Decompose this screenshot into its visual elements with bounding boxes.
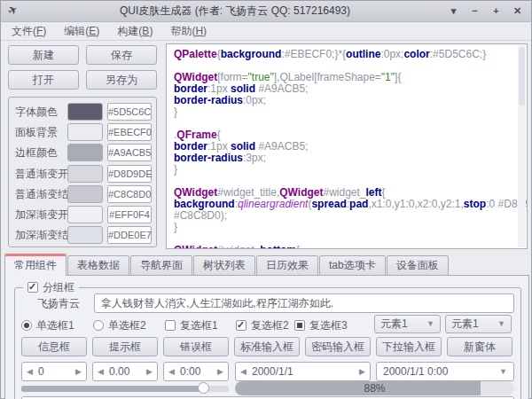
chevron-down-icon: ▼ [499, 363, 507, 380]
radio-1-radio[interactable] [21, 320, 32, 331]
menu-item-help[interactable]: 帮助(H) [161, 22, 215, 40]
new-window-button[interactable]: 新窗体 [447, 337, 512, 356]
app-window: ✈ QUI皮肤生成器 (作者: 飞扬青云 QQ: 517216493) ▾−+✕… [0, 0, 532, 399]
slider[interactable] [21, 386, 229, 392]
menubar: 文件(F)编辑(E)构建(B)帮助(H) [1, 21, 531, 41]
date-edit[interactable]: ◀2000/1/1▶ [235, 362, 371, 381]
normal-gradient-start-swatch[interactable] [67, 165, 103, 183]
code-segment: #widget_title, [217, 186, 279, 199]
hint-box-button[interactable]: 提示框 [92, 337, 158, 356]
time-edit[interactable]: ◀0:00▶ [163, 362, 229, 381]
font-color-label: 字体颜色 [15, 103, 58, 121]
tab-nav-ui[interactable]: 导航界面 [130, 255, 192, 276]
double-spinbox[interactable]: ◀0.00▶ [92, 362, 158, 381]
qss-code-editor[interactable]: QPalette{background:#EBECF0;}*{outline:0… [166, 43, 528, 249]
color-row-deep-gradient-end: 加深渐变结束#DDE0E7 [9, 226, 156, 244]
tab-device-panel[interactable]: 设备面板 [387, 255, 449, 276]
border-color-hex-input[interactable]: #A9ACB5 [107, 144, 152, 161]
normal-gradient-start-hex-input[interactable]: #D8D9DE [107, 165, 152, 183]
group-box-title[interactable]: 分组框 [23, 281, 79, 293]
color-row-border-color: 边框颜色#A9ACB5 [9, 144, 156, 161]
code-segment: solid [231, 140, 255, 153]
slider-handle[interactable] [198, 382, 209, 394]
spin-increment-icon[interactable]: ▶ [359, 363, 365, 380]
checkbox-3-label: 复选框3 [309, 318, 348, 333]
code-segment: border [174, 140, 207, 153]
tab-common-widgets[interactable]: 常用组件 [4, 254, 66, 276]
code-segment: "1" [381, 71, 395, 83]
motto-text-input[interactable]: 拿人钱财替人消灾,人生江湖如此,程序江湖亦如此. [94, 293, 514, 313]
tab-tab-card[interactable]: tab选项卡 [319, 255, 386, 276]
code-segment: solid [231, 82, 255, 95]
error-box-button[interactable]: 错误框 [163, 337, 229, 356]
open-button[interactable]: 打开 [8, 70, 79, 90]
combo-2-combobox[interactable]: 元素1▼ [445, 315, 512, 333]
standard-input-box-button[interactable]: 标准输入框 [234, 337, 300, 356]
datetime-combobox[interactable]: 2000/1/1 0:00 ▼ [376, 362, 514, 381]
code-line: } [174, 222, 514, 233]
color-row-deep-gradient-start: 加深渐变开始#EFF0F4 [9, 206, 156, 223]
combo-1-combobox[interactable]: 元素1▼ [374, 315, 441, 333]
spin-increment-icon[interactable]: ▶ [217, 363, 223, 380]
new-button[interactable]: 新建 [8, 45, 79, 65]
spin-decrement-icon[interactable]: ◀ [27, 363, 33, 380]
close-button[interactable]: ✕ [508, 3, 527, 19]
datetime-value: 2000/1/1 0:00 [383, 365, 448, 378]
deep-gradient-start-swatch[interactable] [67, 206, 103, 223]
code-line: QWidget#widget_bottom{ [174, 245, 514, 249]
checkbox-3[interactable]: 复选框3 [294, 319, 348, 332]
spin-increment-icon[interactable]: ▶ [146, 363, 153, 380]
deep-gradient-end-hex-input[interactable]: #DDE0E7 [107, 226, 152, 244]
checkbox-2-checkbox[interactable] [236, 320, 246, 331]
tab-calendar-effect[interactable]: 日历效果 [256, 255, 318, 276]
password-input-box-button[interactable]: 密码输入框 [305, 337, 371, 356]
deep-gradient-start-hex-input[interactable]: #EFF0F4 [107, 206, 152, 223]
radio-1[interactable]: 单选框1 [21, 319, 74, 332]
group-box-checkbox[interactable] [27, 282, 38, 293]
checkbox-1-checkbox[interactable] [165, 320, 176, 331]
spin-increment-icon[interactable]: ▶ [75, 363, 82, 380]
checkbox-2-label: 复选框2 [251, 318, 289, 333]
dropdown-input-box-button[interactable]: 下拉输入框 [376, 337, 442, 356]
code-segment: :1px [207, 140, 231, 153]
tab-tree-list[interactable]: 树状列表 [193, 255, 255, 276]
style-menu-button[interactable]: ▾ [444, 3, 463, 19]
code-segment: #A9ACB5; [255, 82, 308, 95]
info-box-button[interactable]: 信息框 [21, 337, 87, 356]
code-segment: QPalette [174, 48, 217, 60]
radio-2[interactable]: 单选框2 [93, 319, 146, 332]
menu-item-edit[interactable]: 编辑(E) [55, 22, 108, 40]
radio-2-label: 单选框2 [108, 318, 146, 333]
maximize-button[interactable]: + [487, 3, 505, 19]
border-color-swatch[interactable] [67, 144, 103, 161]
code-segment: #widget_ [217, 244, 260, 249]
spin-decrement-icon[interactable]: ◀ [168, 363, 175, 380]
editor-vertical-scrollbar[interactable] [518, 45, 526, 247]
int-spinbox[interactable]: ◀0▶ [21, 362, 87, 381]
spin-decrement-icon[interactable]: ◀ [98, 363, 104, 380]
code-segment: QWidget [174, 71, 217, 83]
font-color-swatch[interactable] [67, 103, 103, 121]
menu-item-file[interactable]: 文件(F) [3, 22, 55, 40]
code-segment: :#EBECF0;}*{ [281, 48, 346, 60]
radio-2-radio[interactable] [93, 320, 104, 331]
checkbox-2[interactable]: 复选框2 [236, 319, 289, 332]
save-button[interactable]: 保存 [86, 45, 157, 65]
menu-item-build[interactable]: 构建(B) [108, 22, 161, 40]
panel-background-swatch[interactable] [67, 123, 103, 141]
deep-gradient-end-swatch[interactable] [67, 226, 103, 244]
panel-background-hex-input[interactable]: #EBECF0 [107, 123, 152, 141]
minimize-button[interactable]: − [466, 3, 484, 19]
tab-table-data[interactable]: 表格数据 [67, 255, 129, 276]
normal-gradient-end-swatch[interactable] [67, 185, 103, 203]
titlebar: ✈ QUI皮肤生成器 (作者: 飞扬青云 QQ: 517216493) ▾−+✕ [1, 1, 531, 22]
normal-gradient-end-hex-input[interactable]: #C8C8D0 [107, 185, 152, 203]
checkbox-1[interactable]: 复选框1 [165, 319, 218, 332]
editor-scrollbar-thumb[interactable] [519, 47, 525, 106]
code-segment: border-radius [174, 94, 243, 106]
font-color-hex-input[interactable]: #5D5C6C [107, 103, 152, 121]
spin-decrement-icon[interactable]: ◀ [240, 363, 246, 380]
code-line [174, 118, 514, 129]
checkbox-3-checkbox[interactable] [294, 320, 305, 331]
save-as-button[interactable]: 另存为 [86, 70, 157, 90]
